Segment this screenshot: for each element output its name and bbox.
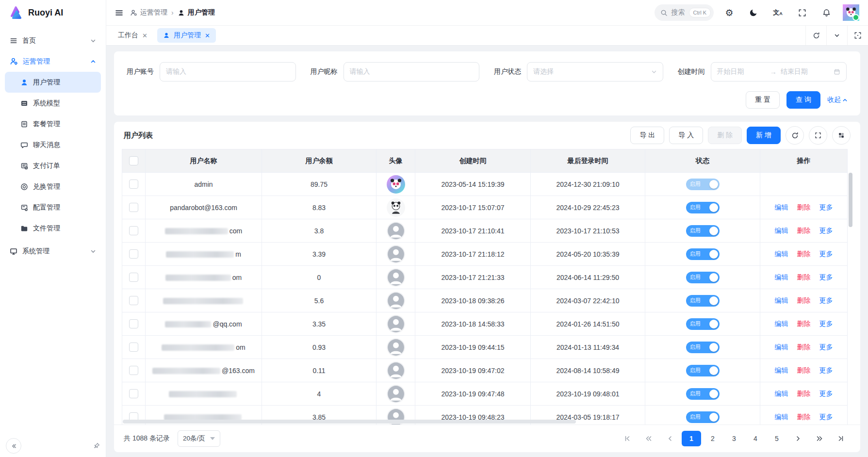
more-link[interactable]: 更多 xyxy=(819,390,833,397)
reset-button[interactable]: 重 置 xyxy=(746,91,780,109)
prev-page-button[interactable] xyxy=(660,431,680,446)
scrollbar-thumb[interactable] xyxy=(849,173,852,227)
column-settings-button[interactable] xyxy=(832,126,851,145)
add-button[interactable]: 新 增 xyxy=(747,127,781,144)
breadcrumb-operations[interactable]: 运营管理 xyxy=(130,8,167,17)
sidebar-item-chat-messages[interactable]: 聊天消息 xyxy=(5,134,101,155)
row-checkbox[interactable] xyxy=(129,180,138,189)
row-checkbox[interactable] xyxy=(129,226,138,235)
tab-menu-dropdown[interactable] xyxy=(826,26,847,45)
sidebar-group-system[interactable]: 系统管理 xyxy=(5,241,101,261)
delete-link[interactable]: 删除 xyxy=(797,343,811,351)
dark-mode-button[interactable] xyxy=(745,4,762,21)
settings-button[interactable]: ⚙ xyxy=(721,4,738,21)
delete-link[interactable]: 删除 xyxy=(797,320,811,327)
refresh-button[interactable] xyxy=(786,126,804,145)
edit-link[interactable]: 编辑 xyxy=(775,343,788,351)
edit-link[interactable]: 编辑 xyxy=(775,250,788,258)
import-button[interactable]: 导 入 xyxy=(669,127,703,144)
content-fullscreen-button[interactable] xyxy=(847,26,868,45)
delete-button[interactable]: 删 除 xyxy=(708,127,742,144)
date-range-picker[interactable]: 开始日期 → 结束日期 xyxy=(711,62,847,82)
notifications-button[interactable] xyxy=(818,4,835,21)
more-link[interactable]: 更多 xyxy=(819,250,833,258)
row-checkbox[interactable] xyxy=(129,389,138,398)
row-checkbox[interactable] xyxy=(129,296,138,305)
table-fullscreen-button[interactable] xyxy=(809,126,827,145)
hamburger-icon[interactable] xyxy=(115,9,123,17)
edit-link[interactable]: 编辑 xyxy=(775,296,788,304)
search-button[interactable]: 查 询 xyxy=(786,91,820,109)
delete-link[interactable]: 删除 xyxy=(797,203,811,211)
more-link[interactable]: 更多 xyxy=(819,296,833,304)
sidebar-item-config-management[interactable]: 配置管理 xyxy=(5,197,101,218)
tab-user-management[interactable]: 用户管理 ✕ xyxy=(157,28,216,43)
close-icon[interactable]: ✕ xyxy=(205,32,210,39)
user-avatar-menu[interactable] xyxy=(843,4,859,21)
more-link[interactable]: 更多 xyxy=(819,273,833,281)
edit-link[interactable]: 编辑 xyxy=(775,203,788,211)
status-toggle[interactable]: 启用 xyxy=(686,318,720,330)
page-button-5[interactable]: 5 xyxy=(767,431,786,446)
global-search[interactable]: 搜索 Ctrl K xyxy=(655,4,714,21)
more-link[interactable]: 更多 xyxy=(819,343,833,351)
export-button[interactable]: 导 出 xyxy=(630,127,664,144)
fullscreen-button[interactable] xyxy=(793,4,811,21)
status-select[interactable]: 请选择 xyxy=(527,62,663,82)
page-button-4[interactable]: 4 xyxy=(746,431,765,446)
sidebar-item-user-management[interactable]: 用户管理 xyxy=(5,72,101,93)
account-input[interactable]: 请输入 xyxy=(160,62,296,82)
delete-link[interactable]: 删除 xyxy=(797,413,811,421)
more-link[interactable]: 更多 xyxy=(819,366,833,374)
edit-link[interactable]: 编辑 xyxy=(775,366,788,374)
first-page-button[interactable] xyxy=(618,431,637,446)
delete-link[interactable]: 删除 xyxy=(797,227,811,234)
delete-link[interactable]: 删除 xyxy=(797,390,811,397)
vertical-scrollbar[interactable] xyxy=(849,173,852,423)
horizontal-scrollbar[interactable] xyxy=(123,420,576,424)
collapse-filter-link[interactable]: 收起 xyxy=(827,96,848,104)
more-link[interactable]: 更多 xyxy=(819,320,833,327)
more-link[interactable]: 更多 xyxy=(819,413,833,421)
prev-group-button[interactable] xyxy=(639,431,658,446)
sidebar-group-home[interactable]: 首页 xyxy=(5,30,101,51)
status-toggle[interactable]: 启用 xyxy=(686,179,720,190)
status-toggle[interactable]: 启用 xyxy=(686,295,720,307)
row-checkbox[interactable] xyxy=(129,319,138,328)
tab-workbench[interactable]: 工作台 ✕ xyxy=(112,28,153,43)
status-toggle[interactable]: 启用 xyxy=(686,342,720,353)
status-toggle[interactable]: 启用 xyxy=(686,202,720,213)
status-toggle[interactable]: 启用 xyxy=(686,411,720,423)
row-checkbox[interactable] xyxy=(129,343,138,352)
row-checkbox[interactable] xyxy=(129,203,138,212)
row-checkbox[interactable] xyxy=(129,249,138,259)
status-toggle[interactable]: 启用 xyxy=(686,272,720,283)
language-button[interactable]: 文A xyxy=(769,4,786,21)
sidebar-collapse-button[interactable] xyxy=(6,438,21,454)
delete-link[interactable]: 删除 xyxy=(797,250,811,258)
nickname-input[interactable]: 请输入 xyxy=(344,62,480,82)
status-toggle[interactable]: 启用 xyxy=(686,248,720,260)
delete-link[interactable]: 删除 xyxy=(797,366,811,374)
edit-link[interactable]: 编辑 xyxy=(775,320,788,327)
edit-link[interactable]: 编辑 xyxy=(775,273,788,281)
row-checkbox[interactable] xyxy=(129,366,138,375)
page-button-2[interactable]: 2 xyxy=(703,431,722,446)
page-button-1[interactable]: 1 xyxy=(682,431,701,446)
select-all-checkbox[interactable] xyxy=(129,156,138,165)
sidebar-group-operations[interactable]: 运营管理 xyxy=(5,51,101,72)
status-toggle[interactable]: 启用 xyxy=(686,365,720,376)
delete-link[interactable]: 删除 xyxy=(797,273,811,281)
row-checkbox[interactable] xyxy=(129,273,138,282)
tab-refresh-button[interactable] xyxy=(805,26,826,45)
status-toggle[interactable]: 启用 xyxy=(686,388,720,400)
close-icon[interactable]: ✕ xyxy=(142,32,147,39)
more-link[interactable]: 更多 xyxy=(819,227,833,234)
pin-icon[interactable] xyxy=(93,442,100,449)
sidebar-item-system-model[interactable]: 系统模型 xyxy=(5,93,101,114)
next-group-button[interactable] xyxy=(810,431,829,446)
page-button-3[interactable]: 3 xyxy=(724,431,744,446)
more-link[interactable]: 更多 xyxy=(819,203,833,211)
sidebar-item-package-management[interactable]: 套餐管理 xyxy=(5,114,101,134)
sidebar-item-payment-orders[interactable]: 支付订单 xyxy=(5,155,101,176)
